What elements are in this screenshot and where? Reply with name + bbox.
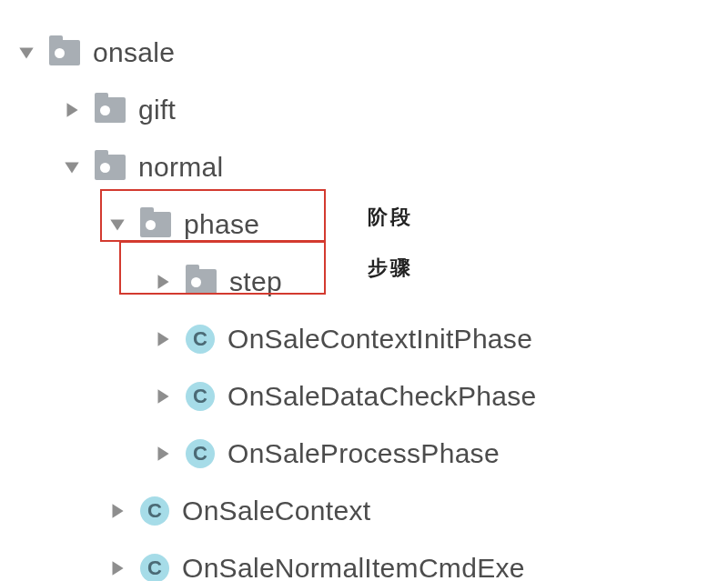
tree-item-class-context[interactable]: C OnSaleContext [16,482,728,539]
tree-label: step [229,268,282,296]
svg-marker-2 [65,162,78,173]
tree-item-gift[interactable]: gift [16,81,728,138]
tree-item-class-data-check[interactable]: C OnSaleDataCheckPhase [16,367,728,425]
svg-marker-1 [67,103,78,116]
folder-icon [95,97,126,123]
expand-arrow-right-icon[interactable] [153,329,173,349]
annotation-step: 步骤 [368,258,413,278]
class-icon: C [140,554,169,582]
svg-marker-3 [110,219,124,230]
tree-label: OnSaleDataCheckPhase [228,383,537,410]
tree-label: onsale [93,39,175,66]
expand-arrow-right-icon[interactable] [107,501,127,521]
tree-item-normal[interactable]: normal [16,138,728,195]
svg-marker-8 [113,504,124,517]
svg-marker-0 [19,47,33,58]
tree-label: normal [138,154,224,181]
tree-label: OnSaleContextInitPhase [228,326,532,353]
svg-marker-5 [158,332,169,346]
annotation-phase: 阶段 [368,207,413,227]
tree-item-class-process[interactable]: C OnSaleProcessPhase [16,425,728,482]
tree-label: gift [138,96,176,124]
tree-label: OnSaleContext [182,497,370,525]
folder-icon [140,212,171,237]
svg-marker-4 [158,275,169,288]
tree-item-class-cmd-exe[interactable]: C OnSaleNormalItemCmdExe [16,539,728,581]
folder-icon [95,155,126,180]
svg-marker-7 [158,446,169,460]
expand-arrow-down-icon[interactable] [107,215,127,235]
class-icon: C [140,496,169,526]
class-icon: C [186,382,215,411]
class-icon: C [186,325,215,354]
expand-arrow-right-icon[interactable] [153,444,173,464]
tree-item-onsale[interactable]: onsale [16,24,728,81]
svg-marker-6 [158,389,169,403]
expand-arrow-down-icon[interactable] [16,43,36,63]
expand-arrow-right-icon[interactable] [153,386,173,406]
expand-arrow-down-icon[interactable] [62,157,82,177]
tree-label: OnSaleNormalItemCmdExe [182,555,525,582]
tree-label: phase [184,211,259,238]
project-tree: onsale gift normal phase [0,0,728,581]
svg-marker-9 [113,561,124,575]
folder-icon [49,40,80,65]
folder-icon [186,269,217,295]
tree-item-class-context-init[interactable]: C OnSaleContextInitPhase [16,310,728,367]
expand-arrow-right-icon[interactable] [153,272,173,292]
expand-arrow-right-icon[interactable] [62,100,82,120]
expand-arrow-right-icon[interactable] [107,558,127,578]
tree-label: OnSaleProcessPhase [228,440,500,467]
class-icon: C [186,439,215,468]
